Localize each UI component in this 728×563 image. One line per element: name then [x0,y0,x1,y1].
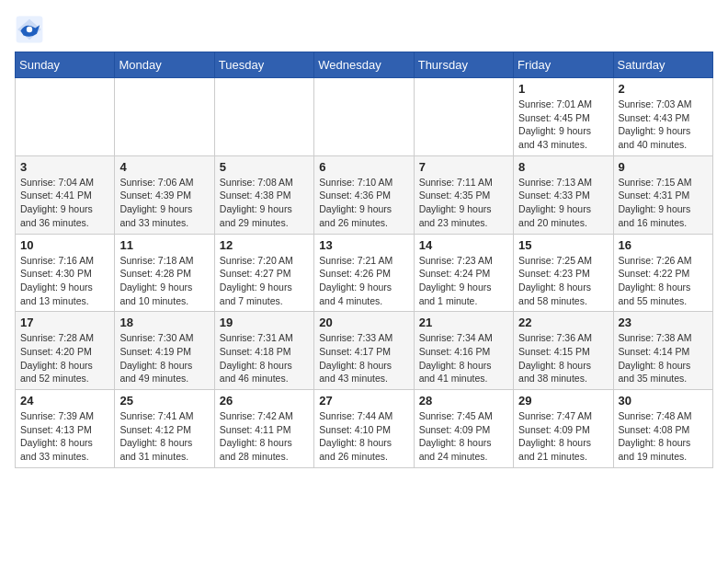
day-info: Sunrise: 7:20 AM Sunset: 4:27 PM Dayligh… [220,254,309,308]
day-number: 21 [419,316,508,329]
col-header-sunday: Sunday [16,52,115,78]
day-number: 10 [20,238,109,252]
day-number: 1 [518,82,608,96]
day-number: 2 [619,82,708,96]
day-number: 24 [20,394,109,408]
day-info: Sunrise: 7:26 AM Sunset: 4:22 PM Dayligh… [619,254,708,308]
calendar-cell: 2Sunrise: 7:03 AM Sunset: 4:43 PM Daylig… [613,78,712,156]
day-info: Sunrise: 7:36 AM Sunset: 4:15 PM Dayligh… [518,331,608,385]
day-number: 4 [119,160,209,174]
svg-point-2 [27,27,32,32]
day-info: Sunrise: 7:45 AM Sunset: 4:09 PM Dayligh… [419,409,508,464]
calendar-cell: 25Sunrise: 7:41 AM Sunset: 4:12 PM Dayli… [115,390,214,468]
calendar-cell [414,78,513,156]
day-number: 7 [419,160,508,174]
calendar-cell: 23Sunrise: 7:38 AM Sunset: 4:14 PM Dayli… [613,312,712,390]
week-row-2: 3Sunrise: 7:04 AM Sunset: 4:41 PM Daylig… [16,155,713,234]
calendar-table: SundayMondayTuesdayWednesdayThursdayFrid… [15,52,713,468]
day-info: Sunrise: 7:25 AM Sunset: 4:23 PM Dayligh… [518,254,608,308]
day-info: Sunrise: 7:41 AM Sunset: 4:12 PM Dayligh… [119,409,209,464]
day-number: 3 [20,160,109,174]
day-info: Sunrise: 7:33 AM Sunset: 4:17 PM Dayligh… [319,331,408,385]
day-info: Sunrise: 7:23 AM Sunset: 4:24 PM Dayligh… [419,254,508,308]
calendar-cell: 14Sunrise: 7:23 AM Sunset: 4:24 PM Dayli… [414,234,513,312]
day-number: 28 [419,394,508,408]
calendar-cell [314,78,414,156]
day-info: Sunrise: 7:42 AM Sunset: 4:11 PM Dayligh… [220,409,309,464]
col-header-saturday: Saturday [613,52,712,78]
week-row-3: 10Sunrise: 7:16 AM Sunset: 4:30 PM Dayli… [16,234,713,312]
day-info: Sunrise: 7:30 AM Sunset: 4:19 PM Dayligh… [119,331,209,385]
calendar-cell: 3Sunrise: 7:04 AM Sunset: 4:41 PM Daylig… [16,155,115,234]
calendar-cell: 18Sunrise: 7:30 AM Sunset: 4:19 PM Dayli… [115,312,214,390]
day-info: Sunrise: 7:38 AM Sunset: 4:14 PM Dayligh… [619,331,708,385]
col-header-wednesday: Wednesday [314,52,414,78]
day-number: 26 [220,394,309,408]
day-info: Sunrise: 7:48 AM Sunset: 4:08 PM Dayligh… [619,409,708,464]
day-info: Sunrise: 7:28 AM Sunset: 4:20 PM Dayligh… [20,331,109,385]
day-number: 17 [20,316,109,329]
day-info: Sunrise: 7:34 AM Sunset: 4:16 PM Dayligh… [419,331,508,385]
day-info: Sunrise: 7:04 AM Sunset: 4:41 PM Dayligh… [20,176,109,230]
calendar-cell: 5Sunrise: 7:08 AM Sunset: 4:38 PM Daylig… [214,155,313,234]
day-info: Sunrise: 7:03 AM Sunset: 4:43 PM Dayligh… [619,98,708,152]
day-number: 11 [119,238,209,252]
day-info: Sunrise: 7:15 AM Sunset: 4:31 PM Dayligh… [619,176,708,230]
day-number: 30 [619,394,708,408]
header-row: SundayMondayTuesdayWednesdayThursdayFrid… [16,52,713,78]
calendar-cell: 6Sunrise: 7:10 AM Sunset: 4:36 PM Daylig… [314,155,414,234]
day-number: 25 [119,394,209,408]
week-row-4: 17Sunrise: 7:28 AM Sunset: 4:20 PM Dayli… [16,312,713,390]
day-info: Sunrise: 7:11 AM Sunset: 4:35 PM Dayligh… [419,176,508,230]
calendar-cell: 12Sunrise: 7:20 AM Sunset: 4:27 PM Dayli… [214,234,313,312]
day-number: 29 [518,394,608,408]
calendar-cell: 22Sunrise: 7:36 AM Sunset: 4:15 PM Dayli… [514,312,613,390]
calendar-cell: 15Sunrise: 7:25 AM Sunset: 4:23 PM Dayli… [514,234,613,312]
calendar-cell: 26Sunrise: 7:42 AM Sunset: 4:11 PM Dayli… [214,390,313,468]
day-number: 13 [319,238,408,252]
calendar-cell: 21Sunrise: 7:34 AM Sunset: 4:16 PM Dayli… [414,312,513,390]
day-number: 23 [619,316,708,329]
day-number: 14 [419,238,508,252]
col-header-monday: Monday [115,52,214,78]
calendar-cell [16,78,115,156]
day-number: 8 [518,160,608,174]
day-number: 19 [220,316,309,329]
calendar-cell: 13Sunrise: 7:21 AM Sunset: 4:26 PM Dayli… [314,234,414,312]
day-info: Sunrise: 7:10 AM Sunset: 4:36 PM Dayligh… [319,176,408,230]
day-number: 15 [518,238,608,252]
calendar-cell: 11Sunrise: 7:18 AM Sunset: 4:28 PM Dayli… [115,234,214,312]
calendar-cell: 10Sunrise: 7:16 AM Sunset: 4:30 PM Dayli… [16,234,115,312]
day-info: Sunrise: 7:39 AM Sunset: 4:13 PM Dayligh… [20,409,109,464]
calendar-cell [214,78,313,156]
day-number: 27 [319,394,408,408]
day-number: 6 [319,160,408,174]
calendar-cell: 28Sunrise: 7:45 AM Sunset: 4:09 PM Dayli… [414,390,513,468]
day-info: Sunrise: 7:18 AM Sunset: 4:28 PM Dayligh… [119,254,209,308]
week-row-5: 24Sunrise: 7:39 AM Sunset: 4:13 PM Dayli… [16,390,713,468]
calendar-cell: 27Sunrise: 7:44 AM Sunset: 4:10 PM Dayli… [314,390,414,468]
day-info: Sunrise: 7:08 AM Sunset: 4:38 PM Dayligh… [220,176,309,230]
calendar-cell [115,78,214,156]
calendar-cell: 16Sunrise: 7:26 AM Sunset: 4:22 PM Dayli… [613,234,712,312]
col-header-thursday: Thursday [414,52,513,78]
calendar-cell: 20Sunrise: 7:33 AM Sunset: 4:17 PM Dayli… [314,312,414,390]
day-info: Sunrise: 7:44 AM Sunset: 4:10 PM Dayligh… [319,409,408,464]
day-number: 22 [518,316,608,329]
day-number: 16 [619,238,708,252]
calendar-cell: 9Sunrise: 7:15 AM Sunset: 4:31 PM Daylig… [613,155,712,234]
col-header-friday: Friday [514,52,613,78]
calendar-cell: 8Sunrise: 7:13 AM Sunset: 4:33 PM Daylig… [514,155,613,234]
calendar-cell: 17Sunrise: 7:28 AM Sunset: 4:20 PM Dayli… [16,312,115,390]
logo-icon [15,15,44,44]
calendar-cell: 29Sunrise: 7:47 AM Sunset: 4:09 PM Dayli… [514,390,613,468]
week-row-1: 1Sunrise: 7:01 AM Sunset: 4:45 PM Daylig… [16,78,713,156]
day-number: 20 [319,316,408,329]
day-info: Sunrise: 7:31 AM Sunset: 4:18 PM Dayligh… [220,331,309,385]
day-number: 18 [119,316,209,329]
day-info: Sunrise: 7:13 AM Sunset: 4:33 PM Dayligh… [518,176,608,230]
header [15,15,713,44]
day-info: Sunrise: 7:06 AM Sunset: 4:39 PM Dayligh… [119,176,209,230]
calendar-cell: 30Sunrise: 7:48 AM Sunset: 4:08 PM Dayli… [613,390,712,468]
calendar-cell: 1Sunrise: 7:01 AM Sunset: 4:45 PM Daylig… [514,78,613,156]
